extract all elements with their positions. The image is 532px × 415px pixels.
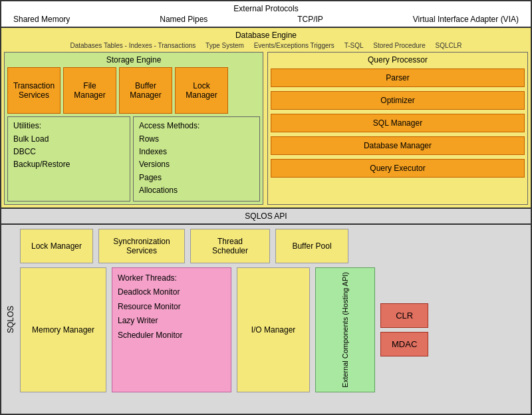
subtitle-events: Events/Exceptions Triggers — [254, 42, 334, 49]
shared-memory-label: Shared Memory — [13, 15, 70, 24]
mdac-label: MDAC — [392, 339, 417, 349]
buffer-manager-box: Buffer Manager — [119, 67, 172, 114]
storage-engine-title: Storage Engine — [7, 55, 260, 65]
thread-scheduler-box: Thread Scheduler — [190, 229, 270, 263]
sqlos-content: Lock Manager Synchronization Services Th… — [20, 225, 531, 414]
lazy-writer-label: Lazy Writer — [118, 314, 225, 329]
buffer-pool-box: Buffer Pool — [275, 229, 348, 263]
clr-label: CLR — [396, 311, 413, 321]
optimizer-box: Optimizer — [271, 91, 525, 110]
pages-label: Pages — [139, 172, 254, 184]
sqlos-api-section: SQLOS API — [1, 209, 531, 225]
versions-label: Versions — [139, 158, 254, 171]
transaction-services-label: Transaction Services — [12, 81, 56, 100]
db-engine-body: Storage Engine Transaction Services File… — [4, 52, 528, 205]
io-manager-box: I/O Manager — [237, 267, 310, 392]
allocations-label: Allocations — [139, 184, 254, 197]
buffer-pool-label: Buffer Pool — [292, 241, 331, 251]
access-methods-title: Access Methods: — [139, 121, 254, 130]
access-items: Rows Indexes Versions Pages Allocations — [139, 133, 254, 197]
sqlos-label: SQLOS — [1, 225, 20, 414]
access-methods-box: Access Methods: Rows Indexes Versions Pa… — [133, 116, 260, 202]
scheduler-monitor-label: Scheduler Monitor — [118, 329, 225, 343]
db-engine-subtitle: Databases Tables - Indexes - Transaction… — [4, 42, 528, 49]
utilities-items: Bulk Load DBCC Backup/Restore — [13, 133, 124, 172]
worker-threads-title: Worker Threads: — [118, 273, 225, 283]
sqlos-row1: Lock Manager Synchronization Services Th… — [20, 229, 527, 263]
external-protocols-items: Shared Memory Named Pipes TCP/IP Virtual… — [7, 15, 525, 24]
named-pipes-label: Named Pipes — [160, 15, 207, 24]
transaction-services-box: Transaction Services — [7, 67, 61, 114]
storage-bottom: Utilities: Bulk Load DBCC Backup/Restore… — [7, 116, 260, 202]
memory-manager-label: Memory Manager — [32, 325, 94, 335]
indexes-label: Indexes — [139, 146, 254, 158]
database-engine-section: Database Engine Databases Tables - Index… — [1, 28, 531, 209]
memory-manager-box: Memory Manager — [20, 267, 106, 392]
deadlock-monitor-label: Deadlock Monitor — [118, 285, 225, 300]
external-protocols-section: External Protocols Shared Memory Named P… — [1, 1, 531, 28]
utilities-title: Utilities: — [13, 121, 124, 130]
buffer-manager-label: Buffer Manager — [124, 81, 168, 100]
ext-components-label: External Components (Hosting API) — [340, 272, 350, 388]
lock-manager-storage-box: Lock Manager — [175, 67, 228, 114]
utilities-box: Utilities: Bulk Load DBCC Backup/Restore — [7, 116, 130, 202]
resource-monitor-label: Resource Monitor — [118, 300, 225, 315]
external-protocols-title: External Protocols — [7, 4, 525, 13]
main-diagram: External Protocols Shared Memory Named P… — [0, 0, 532, 415]
backup-restore-label: Backup/Restore — [13, 158, 124, 171]
mdac-box: MDAC — [380, 332, 428, 356]
sqlos-api-title: SQLOS API — [245, 211, 287, 221]
database-manager-label: Database Manager — [364, 141, 432, 150]
dbcc-label: DBCC — [13, 146, 124, 158]
via-label: Virtual Interface Adapter (VIA) — [413, 15, 519, 24]
subtitle-stored-proc: Stored Procedure — [373, 42, 425, 49]
sql-manager-box: SQL Manager — [271, 114, 525, 132]
file-manager-box: File Manager — [63, 67, 116, 114]
thread-scheduler-label: Thread Scheduler — [199, 237, 261, 255]
ext-components-box: External Components (Hosting API) — [315, 267, 375, 392]
io-manager-label: I/O Manager — [251, 325, 296, 335]
rows-label: Rows — [139, 133, 254, 146]
lock-manager-storage-label: Lock Manager — [180, 81, 223, 100]
database-manager-box: Database Manager — [271, 136, 525, 155]
lock-manager-sqlos-label: Lock Manager — [31, 241, 82, 251]
sqlos-section: SQLOS Lock Manager Synchronization Servi… — [1, 225, 531, 414]
sync-services-box: Synchronization Services — [98, 229, 185, 263]
clr-box: CLR — [380, 303, 428, 328]
tcpip-label: TCP/IP — [297, 15, 323, 24]
subtitle-tsql: T-SQL — [344, 42, 364, 49]
query-executor-box: Query Executor — [271, 159, 525, 178]
optimizer-label: Optimizer — [380, 96, 414, 105]
bulk-load-label: Bulk Load — [13, 133, 124, 146]
qp-boxes: Parser Optimizer SQL Manager Database Ma… — [271, 69, 525, 178]
worker-threads-box: Worker Threads: Deadlock Monitor Resourc… — [112, 267, 231, 392]
sync-services-label: Synchronization Services — [107, 237, 176, 255]
file-manager-label: File Manager — [68, 81, 112, 100]
worker-threads-items: Deadlock Monitor Resource Monitor Lazy W… — [118, 285, 225, 343]
query-processor-title: Query Processor — [271, 55, 525, 65]
parser-label: Parser — [386, 73, 409, 82]
parser-box: Parser — [271, 69, 525, 87]
subtitle-sqlclr: SQLCLR — [435, 42, 462, 49]
subtitle-databases: Databases Tables - Indexes - Transaction… — [70, 42, 196, 49]
sql-manager-label: SQL Manager — [373, 118, 422, 128]
db-engine-title: Database Engine — [4, 31, 528, 40]
sqlos-row2: Memory Manager Worker Threads: Deadlock … — [20, 267, 527, 392]
storage-top-boxes: Transaction Services File Manager Buffer… — [7, 67, 260, 114]
query-executor-label: Query Executor — [370, 164, 425, 173]
clr-mdac-col: CLR MDAC — [380, 267, 428, 392]
subtitle-type-system: Type System — [205, 42, 244, 49]
lock-manager-sqlos-box: Lock Manager — [20, 229, 93, 263]
storage-engine: Storage Engine Transaction Services File… — [4, 52, 263, 205]
query-processor: Query Processor Parser Optimizer SQL Man… — [267, 52, 528, 205]
